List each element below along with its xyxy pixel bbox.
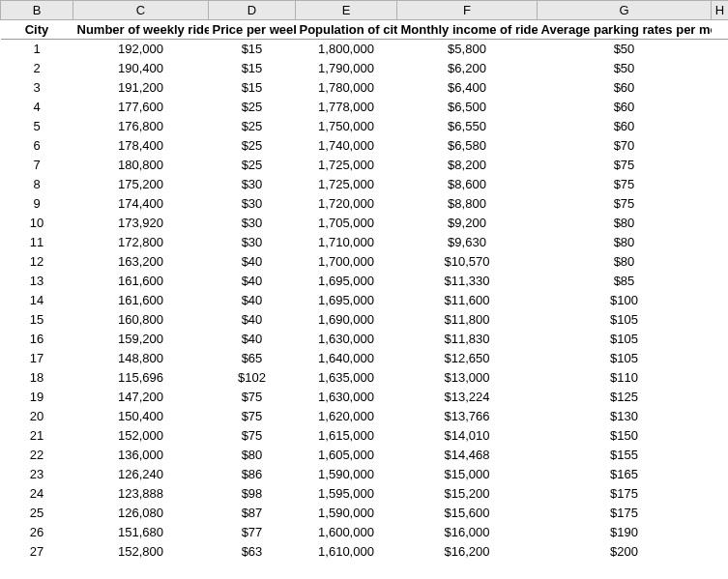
cell-city[interactable]: 3 bbox=[1, 78, 73, 98]
cell-parking[interactable]: $75 bbox=[538, 175, 712, 194]
cell-income[interactable]: $16,200 bbox=[397, 542, 538, 562]
cell-income[interactable]: $9,200 bbox=[397, 214, 538, 233]
cell-empty[interactable] bbox=[712, 40, 729, 59]
cell-city[interactable]: 24 bbox=[1, 484, 73, 504]
cell-riders[interactable]: 177,600 bbox=[73, 98, 209, 117]
cell-riders[interactable]: 152,000 bbox=[73, 426, 209, 446]
cell-parking[interactable]: $50 bbox=[538, 59, 712, 78]
cell-riders[interactable]: 148,800 bbox=[73, 349, 209, 368]
cell-population[interactable]: 1,695,000 bbox=[296, 272, 397, 291]
cell-population[interactable]: 1,780,000 bbox=[296, 78, 397, 98]
cell-riders[interactable]: 160,800 bbox=[73, 310, 209, 330]
cell-riders[interactable]: 126,240 bbox=[73, 465, 209, 484]
cell-parking[interactable]: $60 bbox=[538, 98, 712, 117]
cell-empty[interactable] bbox=[712, 156, 729, 175]
header-city[interactable]: City bbox=[1, 20, 73, 40]
cell-city[interactable]: 15 bbox=[1, 310, 73, 330]
cell-parking[interactable]: $175 bbox=[538, 504, 712, 523]
cell-riders[interactable]: 174,400 bbox=[73, 194, 209, 214]
cell-population[interactable]: 1,595,000 bbox=[296, 484, 397, 504]
cell-parking[interactable]: $70 bbox=[538, 136, 712, 156]
cell-parking[interactable]: $175 bbox=[538, 484, 712, 504]
cell-population[interactable]: 1,800,000 bbox=[296, 40, 397, 59]
cell-city[interactable]: 14 bbox=[1, 291, 73, 310]
cell-income[interactable]: $13,224 bbox=[397, 388, 538, 407]
cell-income[interactable]: $15,600 bbox=[397, 504, 538, 523]
cell-income[interactable]: $6,400 bbox=[397, 78, 538, 98]
cell-city[interactable]: 16 bbox=[1, 330, 73, 349]
cell-income[interactable]: $10,570 bbox=[397, 252, 538, 272]
col-letter-E[interactable]: E bbox=[296, 1, 397, 20]
cell-empty[interactable] bbox=[712, 310, 729, 330]
cell-population[interactable]: 1,630,000 bbox=[296, 330, 397, 349]
cell-population[interactable]: 1,610,000 bbox=[296, 542, 397, 562]
cell-city[interactable]: 21 bbox=[1, 426, 73, 446]
cell-empty[interactable] bbox=[712, 388, 729, 407]
cell-price[interactable]: $77 bbox=[209, 523, 296, 542]
cell-empty[interactable] bbox=[712, 252, 729, 272]
cell-empty[interactable] bbox=[712, 98, 729, 117]
cell-city[interactable]: 6 bbox=[1, 136, 73, 156]
cell-parking[interactable]: $60 bbox=[538, 117, 712, 136]
col-letter-B[interactable]: B bbox=[1, 1, 73, 20]
cell-empty[interactable] bbox=[712, 78, 729, 98]
cell-riders[interactable]: 152,800 bbox=[73, 542, 209, 562]
cell-parking[interactable]: $105 bbox=[538, 310, 712, 330]
cell-income[interactable]: $11,800 bbox=[397, 310, 538, 330]
cell-city[interactable]: 12 bbox=[1, 252, 73, 272]
cell-city[interactable]: 8 bbox=[1, 175, 73, 194]
cell-population[interactable]: 1,790,000 bbox=[296, 59, 397, 78]
cell-income[interactable]: $14,468 bbox=[397, 446, 538, 465]
col-letter-H[interactable]: H bbox=[712, 1, 729, 20]
cell-empty[interactable] bbox=[712, 233, 729, 252]
cell-population[interactable]: 1,590,000 bbox=[296, 465, 397, 484]
cell-empty[interactable] bbox=[712, 523, 729, 542]
header-price[interactable]: Price per week bbox=[209, 20, 296, 40]
cell-price[interactable]: $80 bbox=[209, 446, 296, 465]
cell-parking[interactable]: $50 bbox=[538, 40, 712, 59]
cell-city[interactable]: 9 bbox=[1, 194, 73, 214]
cell-price[interactable]: $15 bbox=[209, 78, 296, 98]
cell-income[interactable]: $12,650 bbox=[397, 349, 538, 368]
cell-income[interactable]: $11,830 bbox=[397, 330, 538, 349]
cell-price[interactable]: $40 bbox=[209, 310, 296, 330]
col-letter-D[interactable]: D bbox=[209, 1, 296, 20]
cell-empty[interactable] bbox=[712, 330, 729, 349]
cell-price[interactable]: $75 bbox=[209, 407, 296, 426]
cell-parking[interactable]: $80 bbox=[538, 233, 712, 252]
cell-income[interactable]: $8,800 bbox=[397, 194, 538, 214]
cell-income[interactable]: $6,200 bbox=[397, 59, 538, 78]
cell-income[interactable]: $5,800 bbox=[397, 40, 538, 59]
cell-parking[interactable]: $165 bbox=[538, 465, 712, 484]
cell-price[interactable]: $25 bbox=[209, 98, 296, 117]
cell-income[interactable]: $15,000 bbox=[397, 465, 538, 484]
cell-price[interactable]: $87 bbox=[209, 504, 296, 523]
cell-city[interactable]: 5 bbox=[1, 117, 73, 136]
cell-price[interactable]: $40 bbox=[209, 291, 296, 310]
cell-city[interactable]: 4 bbox=[1, 98, 73, 117]
cell-parking[interactable]: $60 bbox=[538, 78, 712, 98]
cell-riders[interactable]: 175,200 bbox=[73, 175, 209, 194]
cell-price[interactable]: $40 bbox=[209, 252, 296, 272]
cell-riders[interactable]: 190,400 bbox=[73, 59, 209, 78]
cell-empty[interactable] bbox=[712, 136, 729, 156]
cell-riders[interactable]: 180,800 bbox=[73, 156, 209, 175]
header-parking[interactable]: Average parking rates per month bbox=[538, 20, 712, 40]
cell-parking[interactable]: $130 bbox=[538, 407, 712, 426]
cell-income[interactable]: $6,550 bbox=[397, 117, 538, 136]
header-empty[interactable] bbox=[712, 20, 729, 40]
cell-price[interactable]: $30 bbox=[209, 214, 296, 233]
cell-population[interactable]: 1,690,000 bbox=[296, 310, 397, 330]
cell-price[interactable]: $86 bbox=[209, 465, 296, 484]
cell-riders[interactable]: 191,200 bbox=[73, 78, 209, 98]
cell-parking[interactable]: $200 bbox=[538, 542, 712, 562]
cell-riders[interactable]: 176,800 bbox=[73, 117, 209, 136]
cell-population[interactable]: 1,600,000 bbox=[296, 523, 397, 542]
cell-price[interactable]: $15 bbox=[209, 59, 296, 78]
cell-city[interactable]: 26 bbox=[1, 523, 73, 542]
cell-empty[interactable] bbox=[712, 117, 729, 136]
cell-city[interactable]: 18 bbox=[1, 368, 73, 388]
cell-price[interactable]: $98 bbox=[209, 484, 296, 504]
cell-empty[interactable] bbox=[712, 175, 729, 194]
cell-population[interactable]: 1,615,000 bbox=[296, 426, 397, 446]
